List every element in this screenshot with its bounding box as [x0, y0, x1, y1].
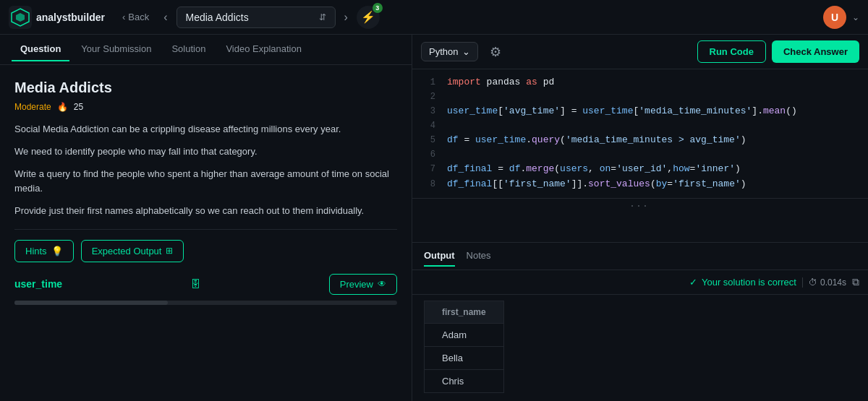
lightbulb-icon: 💡 — [51, 246, 63, 256]
table-name: user_time — [14, 278, 62, 290]
question-paragraph-1: Social Media Addiction can be a cripplin… — [14, 122, 397, 137]
left-panel: Question Your Submission Solution Video … — [0, 35, 412, 401]
resize-handle[interactable]: ··· — [412, 198, 868, 212]
result-table-container: first_name Adam Bella Chris — [412, 295, 868, 401]
check-icon: ✓ — [689, 277, 697, 288]
user-avatar[interactable]: U — [823, 6, 846, 29]
code-lines: 1 import pandas as pd 2 3 user_time['avg… — [412, 69, 868, 198]
table-name-row: user_time 🗄 Preview 👁 — [14, 274, 397, 295]
difficulty-badge: Moderate — [14, 102, 51, 112]
user-dropdown-button[interactable]: ⌄ — [852, 12, 859, 22]
settings-button[interactable]: ⚙ — [484, 41, 507, 63]
logo-icon — [9, 6, 32, 29]
code-line-8: 8 df_final[['first_name']].sort_values(b… — [412, 177, 868, 192]
table-scroll-bar — [14, 301, 397, 305]
code-line-3: 3 user_time['avg_time'] = user_time['med… — [412, 104, 868, 119]
tab-notes[interactable]: Notes — [467, 246, 491, 267]
fire-icon: 🔥 — [57, 102, 68, 112]
question-content: Media Addicts Moderate 🔥 25 Social Media… — [0, 65, 412, 401]
database-icon: 🗄 — [190, 278, 200, 290]
output-panel: Output Notes ✓ Your solution is correct … — [412, 242, 868, 401]
preview-button[interactable]: Preview 👁 — [329, 274, 397, 295]
question-paragraph-2: We need to identify people who may fall … — [14, 145, 397, 160]
output-tabs: Output Notes — [412, 243, 868, 270]
code-editor[interactable]: 1 import pandas as pd 2 3 user_time['avg… — [412, 69, 868, 242]
hints-button[interactable]: Hints 💡 — [14, 240, 74, 262]
tab-solution[interactable]: Solution — [163, 38, 214, 61]
tab-video-explanation[interactable]: Video Explanation — [217, 38, 310, 61]
code-line-4: 4 — [412, 119, 868, 133]
streak-badge: ⚡ 3 — [357, 6, 380, 29]
logo-text: analystbuilder — [36, 12, 105, 23]
logo-area: analystbuilder — [9, 6, 105, 29]
code-actions: Run Code Check Answer — [697, 40, 860, 63]
success-message: ✓ Your solution is correct — [689, 277, 796, 288]
action-buttons: Hints 💡 Expected Output ⊞ — [14, 240, 397, 262]
eye-off-icon: 👁 — [378, 279, 386, 289]
table-row: Adam — [425, 324, 504, 347]
right-panel: Python ⌄ ⚙ Run Code Check Answer 1 impor… — [412, 35, 868, 401]
table-scroll-thumb — [14, 301, 168, 305]
chevron-down-icon: ⌄ — [462, 46, 470, 57]
chevron-left-icon: ‹ — [122, 12, 125, 22]
question-meta: Moderate 🔥 25 — [14, 102, 397, 112]
run-code-button[interactable]: Run Code — [697, 40, 766, 63]
result-table: first_name Adam Bella Chris — [424, 301, 504, 393]
clock-icon: ⏱ — [809, 277, 817, 288]
success-banner: ✓ Your solution is correct ⏱ 0.014s ⧉ — [412, 270, 868, 295]
table-icon: ⊞ — [166, 246, 173, 256]
tab-question[interactable]: Question — [12, 38, 69, 61]
lightning-icon: ⚡ — [361, 10, 375, 24]
code-line-1: 1 import pandas as pd — [412, 75, 868, 90]
column-header-first-name: first_name — [425, 301, 504, 324]
code-line-7: 7 df_final = df.merge(users, on='user_id… — [412, 162, 868, 177]
result-cell-adam: Adam — [425, 324, 504, 347]
next-problem-button[interactable]: › — [341, 8, 351, 27]
tab-output[interactable]: Output — [424, 246, 455, 267]
tab-your-submission[interactable]: Your Submission — [72, 38, 160, 61]
question-paragraph-3: Write a query to find the people who spe… — [14, 167, 397, 197]
code-toolbar: Python ⌄ ⚙ Run Code Check Answer — [412, 35, 868, 69]
problem-selector[interactable]: Media Addicts ⇵ — [176, 7, 336, 28]
result-cell-chris: Chris — [425, 370, 504, 393]
question-paragraph-4: Provide just their first names alphabeti… — [14, 204, 397, 219]
code-line-2: 2 — [412, 90, 868, 104]
left-tabs-bar: Question Your Submission Solution Video … — [0, 35, 412, 65]
timing-text: ⏱ 0.014s — [802, 277, 846, 288]
question-divider — [14, 229, 397, 230]
language-selector[interactable]: Python ⌄ — [421, 42, 478, 61]
table-row: Chris — [425, 370, 504, 393]
table-row: Bella — [425, 347, 504, 370]
question-title: Media Addicts — [14, 79, 397, 96]
check-answer-button[interactable]: Check Answer — [772, 40, 859, 63]
prev-problem-button[interactable]: ‹ — [161, 8, 170, 27]
external-link-icon[interactable]: ⧉ — [852, 276, 859, 288]
table-section: user_time 🗄 Preview 👁 — [14, 274, 397, 305]
chevron-down-icon: ⇵ — [319, 12, 326, 22]
result-cell-bella: Bella — [425, 347, 504, 370]
top-navigation: analystbuilder ‹ Back ‹ Media Addicts ⇵ … — [0, 0, 868, 35]
code-line-6: 6 — [412, 148, 868, 162]
points-badge: 25 — [74, 102, 83, 112]
expected-output-button[interactable]: Expected Output ⊞ — [81, 240, 184, 262]
content-area: Question Your Submission Solution Video … — [0, 35, 868, 401]
code-line-5: 5 df = user_time.query('media_time_minut… — [412, 133, 868, 148]
output-body: ✓ Your solution is correct ⏱ 0.014s ⧉ fi… — [412, 270, 868, 401]
back-button[interactable]: ‹ Back — [116, 9, 155, 25]
